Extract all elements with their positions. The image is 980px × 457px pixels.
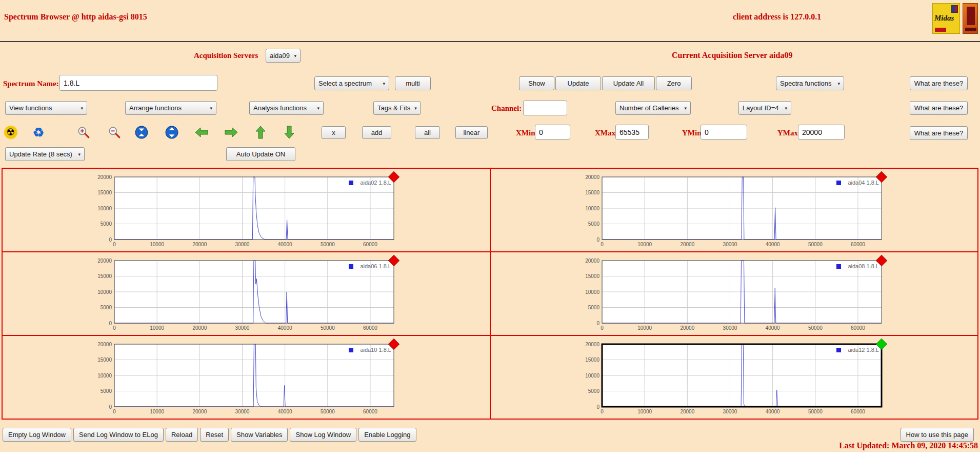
analysis-functions-select[interactable]: Analysis functions ▾ (249, 101, 324, 115)
chevron-down-icon: ▾ (81, 106, 83, 111)
svg-text:60000: 60000 (851, 325, 865, 331)
channel-label: Channel: (491, 104, 522, 113)
refresh-icon[interactable]: ♻ (32, 126, 45, 139)
crest-logo[interactable] (963, 3, 978, 34)
show-variables-button[interactable]: Show Variables (231, 428, 288, 442)
ymax-input[interactable] (798, 125, 845, 140)
ymin-label: YMin (682, 129, 702, 137)
expand-y-icon[interactable] (165, 126, 178, 139)
legend-swatch (349, 348, 353, 352)
spectrum-chart[interactable]: 0100002000030000400005000060000050001000… (579, 252, 889, 333)
what-are-these-button-3[interactable]: What are these? (910, 126, 968, 140)
svg-text:0: 0 (113, 409, 116, 414)
enable-logging-button[interactable]: Enable Logging (358, 428, 416, 442)
svg-text:10000: 10000 (97, 206, 112, 211)
svg-text:0: 0 (109, 321, 112, 326)
reset-button[interactable]: Reset (200, 428, 229, 442)
svg-text:60000: 60000 (851, 409, 865, 414)
layout-id-select[interactable]: Layout ID=4 ▾ (738, 101, 791, 115)
svg-text:40000: 40000 (766, 325, 780, 331)
svg-text:0: 0 (113, 325, 116, 331)
svg-text:30000: 30000 (723, 325, 737, 331)
xmin-input[interactable] (535, 125, 570, 140)
pan-up-icon[interactable] (254, 126, 267, 139)
add-button[interactable]: add (362, 126, 391, 139)
legend-swatch (836, 264, 841, 269)
svg-text:0: 0 (601, 409, 604, 414)
gallery-panel-aida06[interactable]: 0100002000030000400005000060000050001000… (2, 252, 490, 335)
gallery-panel-aida10[interactable]: 0100002000030000400005000060000050001000… (2, 335, 490, 419)
pan-down-icon[interactable] (283, 126, 296, 139)
x-button[interactable]: x (322, 126, 346, 139)
svg-text:50000: 50000 (808, 242, 823, 247)
view-functions-select[interactable]: View functions ▾ (5, 101, 87, 115)
number-of-galleries-select[interactable]: Number of Galleries ▾ (615, 101, 691, 115)
chevron-down-icon: ▾ (383, 81, 385, 86)
show-log-window-button[interactable]: Show Log Window (290, 428, 356, 442)
compress-y-icon[interactable] (135, 126, 148, 139)
spectrum-chart[interactable]: 0100002000030000400005000060000050001000… (91, 336, 401, 417)
auto-update-button[interactable]: Auto Update ON (226, 147, 295, 161)
gallery-grid: 0100002000030000400005000060000050001000… (2, 168, 978, 420)
empty-log-window-button[interactable]: Empty Log Window (3, 428, 71, 442)
tags-fits-select[interactable]: Tags & Fits ▾ (373, 101, 421, 115)
what-are-these-button-1[interactable]: What are these? (910, 76, 968, 90)
all-button[interactable]: all (415, 126, 440, 139)
spectrum-name-input[interactable] (59, 75, 217, 91)
svg-text:0: 0 (597, 321, 600, 326)
svg-text:50000: 50000 (321, 325, 335, 331)
spectrum-chart[interactable]: 0100002000030000400005000060000050001000… (579, 336, 889, 417)
midas-logo[interactable]: Midas (932, 3, 960, 34)
svg-text:10000: 10000 (638, 409, 652, 414)
select-a-spectrum-select[interactable]: Select a spectrum ▾ (314, 76, 389, 90)
ymin-input[interactable] (701, 125, 747, 140)
spectra-functions-select[interactable]: Spectra functions ▾ (776, 76, 844, 90)
multi-button[interactable]: multi (395, 76, 431, 90)
update-all-button[interactable]: Update All (602, 76, 655, 90)
svg-text:20000: 20000 (585, 258, 599, 264)
svg-text:0: 0 (597, 237, 600, 243)
gallery-panel-aida08[interactable]: 0100002000030000400005000060000050001000… (490, 252, 978, 335)
svg-text:20000: 20000 (681, 409, 695, 414)
svg-text:50000: 50000 (808, 409, 823, 414)
update-button[interactable]: Update (555, 76, 601, 90)
gallery-panel-aida02[interactable]: 0100002000030000400005000060000050001000… (2, 168, 490, 252)
acquisition-server-select[interactable]: aida09 ▾ (266, 49, 301, 63)
zero-button[interactable]: Zero (656, 76, 692, 90)
header-divider (0, 41, 980, 42)
svg-text:10000: 10000 (585, 206, 599, 211)
svg-text:15000: 15000 (585, 190, 599, 195)
channel-input[interactable] (523, 101, 567, 115)
pan-left-icon[interactable] (195, 126, 208, 139)
pan-right-icon[interactable] (225, 126, 238, 139)
last-updated-text: Last Updated: March 09, 2020 14:45:58 (839, 441, 978, 450)
chevron-down-icon: ▾ (414, 106, 417, 111)
svg-text:30000: 30000 (235, 242, 249, 247)
legend-label: aida08 1.8.L (848, 263, 879, 269)
svg-text:10000: 10000 (638, 242, 652, 247)
zoom-out-icon[interactable] (108, 126, 121, 139)
reload-button[interactable]: Reload (166, 428, 198, 442)
svg-text:0: 0 (109, 404, 112, 410)
how-to-use-this-page-button[interactable]: How to use this page (901, 428, 974, 442)
spectrum-chart[interactable]: 0100002000030000400005000060000050001000… (579, 169, 889, 250)
arrange-functions-select[interactable]: Arrange functions ▾ (125, 101, 216, 115)
zoom-in-icon[interactable] (77, 126, 90, 139)
linear-button[interactable]: linear (455, 126, 488, 139)
spectrum-chart[interactable]: 0100002000030000400005000060000050001000… (91, 252, 401, 333)
svg-text:30000: 30000 (235, 325, 249, 331)
spectrum-chart[interactable]: 0100002000030000400005000060000050001000… (91, 169, 401, 250)
gallery-panel-aida12[interactable]: 0100002000030000400005000060000050001000… (490, 335, 978, 419)
page-title: Spectrum Browser @ http aidas-gsi 8015 (4, 12, 147, 22)
what-are-these-button-2[interactable]: What are these? (910, 101, 968, 115)
update-rate-select[interactable]: Update Rate (8 secs) ▾ (5, 147, 85, 161)
radiation-icon[interactable]: ☢ (4, 126, 17, 139)
send-log-window-to-elog-button[interactable]: Send Log Window to ELog (73, 428, 164, 442)
legend-label: aida04 1.8.L (848, 180, 879, 186)
legend-label: aida06 1.8.L (360, 263, 391, 269)
show-button[interactable]: Show (519, 76, 554, 90)
xmax-input[interactable] (615, 125, 649, 140)
svg-text:50000: 50000 (321, 242, 335, 247)
gallery-panel-aida04[interactable]: 0100002000030000400005000060000050001000… (490, 168, 978, 252)
svg-text:10000: 10000 (638, 325, 652, 331)
